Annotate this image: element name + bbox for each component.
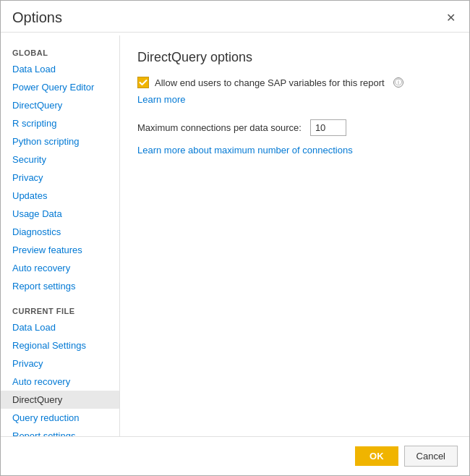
dialog-title: Options	[12, 9, 62, 26]
checkbox-sap[interactable]	[137, 77, 149, 88]
sidebar-item-data-load-file[interactable]: Data Load	[1, 318, 119, 336]
sidebar-item-report-settings-file[interactable]: Report settings	[1, 427, 119, 436]
sidebar-item-query-reduction[interactable]: Query reduction	[1, 409, 119, 427]
sidebar-item-power-query-editor[interactable]: Power Query Editor	[1, 78, 119, 96]
sidebar-spacer	[1, 295, 119, 302]
ok-button[interactable]: OK	[355, 446, 398, 466]
sidebar-item-r-scripting[interactable]: R scripting	[1, 114, 119, 132]
sidebar-item-directquery-file[interactable]: DirectQuery	[1, 391, 119, 409]
content-title: DirectQuery options	[137, 50, 452, 65]
sidebar-item-usage-data[interactable]: Usage Data	[1, 205, 119, 223]
title-divider	[1, 32, 469, 33]
sidebar-item-regional-settings[interactable]: Regional Settings	[1, 336, 119, 354]
checkbox-row: Allow end users to change SAP variables …	[137, 77, 452, 88]
max-connections-row: Maximum connections per data source:	[137, 119, 452, 136]
learn-more-link-1[interactable]: Learn more	[137, 94, 452, 105]
sidebar-item-python-scripting[interactable]: Python scripting	[1, 132, 119, 150]
sidebar-item-security[interactable]: Security	[1, 150, 119, 169]
title-bar: Options ✕	[1, 1, 469, 29]
sidebar-item-preview-features[interactable]: Preview features	[1, 241, 119, 259]
info-icon[interactable]: ⓘ	[393, 77, 403, 88]
sidebar-item-auto-recovery-global[interactable]: Auto recovery	[1, 259, 119, 277]
close-button[interactable]: ✕	[443, 11, 458, 25]
max-connections-label: Maximum connections per data source:	[137, 122, 302, 133]
sidebar-item-report-settings-global[interactable]: Report settings	[1, 277, 119, 295]
sidebar-item-privacy-file[interactable]: Privacy	[1, 354, 119, 373]
checkmark-icon	[139, 78, 148, 87]
sidebar: GLOBAL Data Load Power Query Editor Dire…	[1, 35, 120, 436]
dialog-body: GLOBAL Data Load Power Query Editor Dire…	[1, 35, 469, 436]
sidebar-item-auto-recovery-file[interactable]: Auto recovery	[1, 373, 119, 391]
global-section-label: GLOBAL	[1, 44, 119, 60]
footer: OK Cancel	[1, 436, 469, 475]
sidebar-item-directquery-global[interactable]: DirectQuery	[1, 96, 119, 114]
sidebar-item-updates[interactable]: Updates	[1, 187, 119, 205]
current-file-section-label: CURRENT FILE	[1, 302, 119, 318]
sidebar-item-data-load-global[interactable]: Data Load	[1, 60, 119, 78]
content-panel: DirectQuery options Allow end users to c…	[120, 35, 469, 436]
max-connections-input[interactable]	[310, 119, 346, 136]
checkbox-label: Allow end users to change SAP variables …	[155, 77, 385, 88]
cancel-button[interactable]: Cancel	[404, 446, 458, 467]
sidebar-item-diagnostics[interactable]: Diagnostics	[1, 223, 119, 241]
options-dialog: Options ✕ GLOBAL Data Load Power Query E…	[0, 0, 470, 476]
learn-more-link-2[interactable]: Learn more about maximum number of conne…	[137, 145, 452, 156]
sidebar-item-privacy-global[interactable]: Privacy	[1, 169, 119, 187]
